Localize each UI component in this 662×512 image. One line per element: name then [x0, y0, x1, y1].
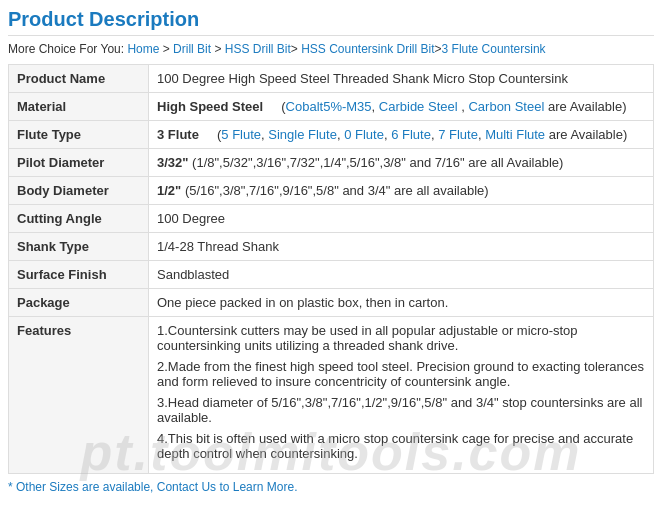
material-link-carbide[interactable]: Carbide Steel — [379, 99, 458, 114]
label-product-name: Product Name — [9, 65, 149, 93]
label-features: Features — [9, 317, 149, 474]
table-row-package: Package One piece packed in on plastic b… — [9, 289, 654, 317]
label-body-diameter: Body Diameter — [9, 177, 149, 205]
flute-link-7flute[interactable]: 7 Flute — [438, 127, 478, 142]
label-pilot-diameter: Pilot Diameter — [9, 149, 149, 177]
value-surface-finish: Sandblasted — [149, 261, 654, 289]
flute-suffix: are Available) — [549, 127, 628, 142]
pilot-plain: (1/8",5/32",3/16",7/32",1/4",5/16",3/8" … — [192, 155, 563, 170]
breadcrumb-hss-drill-bit[interactable]: HSS Drill Bit — [225, 42, 291, 56]
product-table: Product Name 100 Degree High Speed Steel… — [8, 64, 654, 474]
material-link-cobalt[interactable]: Cobalt5%-M35 — [286, 99, 372, 114]
label-surface-finish: Surface Finish — [9, 261, 149, 289]
breadcrumb: More Choice For You: Home > Drill Bit > … — [8, 42, 654, 56]
table-row-body-diameter: Body Diameter 1/2" (5/16",3/8",7/16",9/1… — [9, 177, 654, 205]
table-row-shank-type: Shank Type 1/4-28 Thread Shank — [9, 233, 654, 261]
label-flute-type: Flute Type — [9, 121, 149, 149]
value-flute-type: 3 Flute (5 Flute, Single Flute, 0 Flute,… — [149, 121, 654, 149]
pilot-bold: 3/32" — [157, 155, 188, 170]
feature-item-4: 4.This bit is often used with a micro st… — [157, 431, 645, 461]
breadcrumb-3flute[interactable]: 3 Flute Countersink — [442, 42, 546, 56]
body-bold: 1/2" — [157, 183, 181, 198]
label-cutting-angle: Cutting Angle — [9, 205, 149, 233]
body-plain: (5/16",3/8",7/16",9/16",5/8" and 3/4" ar… — [185, 183, 489, 198]
value-shank-type: 1/4-28 Thread Shank — [149, 233, 654, 261]
value-material: High Speed Steel (Cobalt5%-M35, Carbide … — [149, 93, 654, 121]
value-cutting-angle: 100 Degree — [149, 205, 654, 233]
flute-link-6flute[interactable]: 6 Flute — [391, 127, 431, 142]
label-material: Material — [9, 93, 149, 121]
material-bold: High Speed Steel — [157, 99, 263, 114]
table-row-material: Material High Speed Steel (Cobalt5%-M35,… — [9, 93, 654, 121]
table-row-surface-finish: Surface Finish Sandblasted — [9, 261, 654, 289]
value-pilot-diameter: 3/32" (1/8",5/32",3/16",7/32",1/4",5/16"… — [149, 149, 654, 177]
breadcrumb-home[interactable]: Home — [127, 42, 159, 56]
footer-note-text: * Other Sizes are available, Contact Us … — [8, 480, 297, 494]
flute-link-multi[interactable]: Multi Flute — [485, 127, 545, 142]
material-link-carbon[interactable]: Carbon Steel — [468, 99, 544, 114]
breadcrumb-drill-bit[interactable]: Drill Bit — [173, 42, 211, 56]
table-row-flute-type: Flute Type 3 Flute (5 Flute, Single Flut… — [9, 121, 654, 149]
flute-link-5flute[interactable]: 5 Flute — [221, 127, 261, 142]
features-list: 1.Countersink cutters may be used in all… — [157, 323, 645, 461]
page-wrapper: Product Description More Choice For You:… — [0, 0, 662, 512]
material-suffix: are Available) — [548, 99, 627, 114]
feature-item-1: 1.Countersink cutters may be used in all… — [157, 323, 645, 353]
feature-item-3: 3.Head diameter of 5/16",3/8",7/16",1/2"… — [157, 395, 645, 425]
feature-item-2: 2.Made from the finest high speed tool s… — [157, 359, 645, 389]
flute-link-0flute[interactable]: 0 Flute — [344, 127, 384, 142]
label-package: Package — [9, 289, 149, 317]
breadcrumb-prefix: More Choice For You: — [8, 42, 124, 56]
value-body-diameter: 1/2" (5/16",3/8",7/16",9/16",5/8" and 3/… — [149, 177, 654, 205]
page-title: Product Description — [8, 8, 654, 36]
value-package: One piece packed in on plastic box, then… — [149, 289, 654, 317]
value-product-name: 100 Degree High Speed Steel Threaded Sha… — [149, 65, 654, 93]
table-row-cutting-angle: Cutting Angle 100 Degree — [9, 205, 654, 233]
table-row-features: Features 1.Countersink cutters may be us… — [9, 317, 654, 474]
footer-note: * Other Sizes are available, Contact Us … — [8, 480, 654, 494]
table-row-product-name: Product Name 100 Degree High Speed Steel… — [9, 65, 654, 93]
table-row-pilot-diameter: Pilot Diameter 3/32" (1/8",5/32",3/16",7… — [9, 149, 654, 177]
value-features: 1.Countersink cutters may be used in all… — [149, 317, 654, 474]
flute-bold: 3 Flute — [157, 127, 199, 142]
flute-link-single[interactable]: Single Flute — [268, 127, 337, 142]
label-shank-type: Shank Type — [9, 233, 149, 261]
breadcrumb-hss-countersink[interactable]: HSS Countersink Drill Bit — [301, 42, 434, 56]
